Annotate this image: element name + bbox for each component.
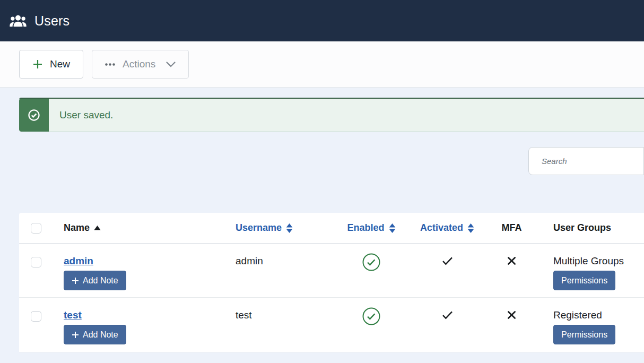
activated-cell (424, 244, 470, 297)
add-note-button[interactable]: Add Note (64, 325, 126, 344)
filter-bar (0, 132, 644, 213)
column-header-mfa: MFA (470, 213, 553, 243)
x-icon (507, 310, 516, 319)
toolbar: New Actions (0, 41, 644, 88)
group-name: Multiple Groups (553, 255, 624, 266)
mfa-cell (470, 244, 553, 297)
alert-message: User saved. (49, 99, 644, 132)
sort-icon (389, 223, 396, 233)
success-alert: User saved. (19, 98, 644, 132)
users-icon (10, 14, 27, 28)
new-button[interactable]: New (19, 50, 83, 79)
enabled-check-circle-icon (362, 307, 381, 326)
row-checkbox[interactable] (31, 311, 41, 322)
page-title: Users (34, 13, 69, 29)
name-cell: test Add Note (64, 298, 236, 352)
enabled-cell[interactable] (318, 244, 424, 297)
check-icon (442, 256, 453, 265)
row-checkbox[interactable] (31, 257, 41, 267)
group-name: Registered (553, 309, 602, 321)
column-header-activated[interactable]: Activated (424, 213, 470, 243)
header-checkbox-cell (19, 213, 64, 243)
plus-icon (32, 59, 43, 70)
sort-asc-icon (94, 226, 101, 230)
search-input[interactable] (528, 147, 644, 175)
users-table: Name Username Enabled Activated (19, 213, 644, 352)
username-cell: test (236, 298, 318, 352)
enabled-cell[interactable] (318, 298, 424, 352)
app-header: Users (0, 0, 644, 41)
username-cell: admin (236, 244, 318, 297)
name-cell: admin Add Note (64, 244, 236, 297)
enabled-check-circle-icon (362, 253, 381, 272)
row-checkbox-cell (19, 244, 64, 297)
column-header-name[interactable]: Name (64, 213, 236, 243)
plus-icon (72, 277, 79, 284)
user-groups-cell: Registered Permissions (553, 298, 644, 352)
row-checkbox-cell (19, 298, 64, 352)
column-header-enabled[interactable]: Enabled (318, 213, 424, 243)
column-header-username[interactable]: Username (236, 213, 318, 243)
activated-cell (424, 298, 470, 352)
add-note-button[interactable]: Add Note (64, 271, 126, 290)
actions-button[interactable]: Actions (92, 50, 189, 79)
new-button-label: New (50, 58, 70, 70)
check-icon (442, 310, 453, 319)
mfa-cell (470, 298, 553, 352)
select-all-checkbox[interactable] (31, 223, 41, 234)
actions-button-label: Actions (123, 58, 155, 70)
plus-icon (72, 331, 79, 339)
check-circle-icon (19, 99, 49, 132)
sort-icon (286, 223, 293, 233)
permissions-button[interactable]: Permissions (553, 325, 615, 344)
table-header-row: Name Username Enabled Activated (19, 213, 644, 244)
chevron-down-icon (166, 62, 176, 67)
column-header-user-groups: User Groups (553, 213, 644, 243)
table-row: admin Add Note admin (19, 244, 644, 298)
permissions-button[interactable]: Permissions (553, 271, 615, 290)
user-edit-link[interactable]: admin (64, 255, 93, 267)
user-edit-link[interactable]: test (64, 309, 82, 321)
ellipsis-icon (105, 63, 115, 66)
table-row: test Add Note test (19, 298, 644, 352)
x-icon (507, 256, 516, 265)
user-groups-cell: Multiple Groups Permissions (553, 244, 644, 297)
